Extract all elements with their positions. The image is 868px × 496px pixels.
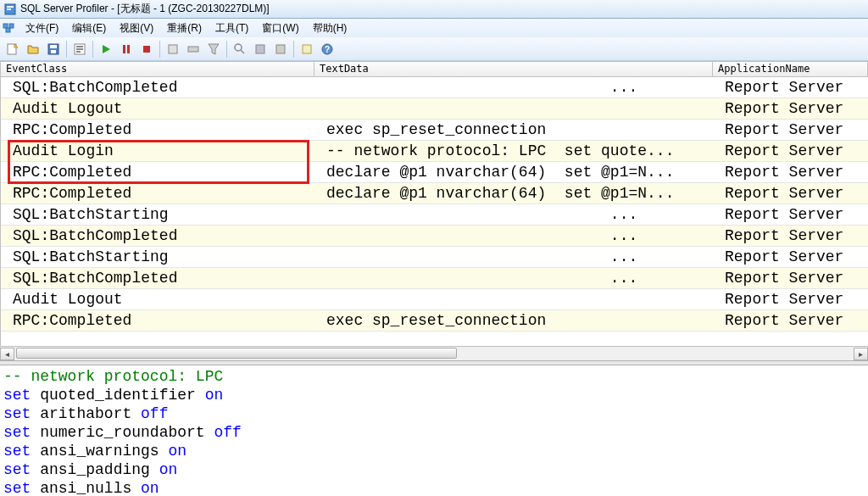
cell-appname: Report Server: [713, 247, 868, 268]
cell-appname: Report Server: [713, 183, 868, 204]
kw-off: off: [131, 405, 168, 422]
kw-on: on: [131, 480, 159, 496]
toolbar: ?: [0, 37, 868, 61]
cell-textdata: ...: [314, 268, 713, 289]
scroll-left-button[interactable]: ◂: [0, 348, 14, 360]
svg-rect-2: [7, 8, 11, 10]
menu-help[interactable]: 帮助(H): [306, 20, 354, 37]
menu-edit[interactable]: 编辑(E): [65, 20, 113, 37]
cell-appname: Report Server: [713, 120, 868, 141]
kw-on: on: [159, 443, 186, 460]
menu-file[interactable]: 文件(F): [19, 20, 65, 37]
kw-on: on: [150, 461, 177, 478]
cell-event: RPC:Completed: [1, 162, 314, 183]
kw-set: set: [3, 480, 40, 496]
svg-rect-18: [188, 47, 198, 52]
svg-rect-13: [76, 51, 81, 53]
table-row[interactable]: SQL:BatchStarting ...Report Server: [1, 247, 868, 268]
svg-rect-8: [50, 45, 57, 48]
table-row[interactable]: RPC:Completedexec sp_reset_connectionRep…: [1, 310, 868, 332]
svg-rect-11: [76, 46, 83, 47]
kw-on: on: [196, 387, 223, 404]
tool-btn-d[interactable]: [251, 40, 270, 59]
svg-rect-4: [9, 24, 14, 28]
horizontal-scrollbar[interactable]: ◂ ▸: [0, 346, 868, 360]
tool-btn-f[interactable]: [298, 40, 316, 59]
column-header-textdata[interactable]: TextData: [314, 62, 713, 77]
cell-event: SQL:BatchCompleted: [1, 77, 314, 98]
grid-header: EventClass TextData ApplicationName: [1, 62, 868, 77]
table-row[interactable]: Audit Login-- network protocol: LPC set …: [1, 141, 868, 162]
open-button[interactable]: [24, 40, 42, 59]
svg-rect-14: [123, 45, 125, 53]
cell-event: RPC:Completed: [1, 183, 314, 204]
table-row[interactable]: RPC:Completeddeclare @p1 nvarchar(64) se…: [1, 162, 868, 183]
kw-id: quoted_identifier: [40, 387, 196, 404]
svg-line-20: [241, 50, 244, 53]
table-row[interactable]: SQL:BatchCompleted ...Report Server: [1, 268, 868, 289]
kw-id: arithabort: [40, 405, 131, 422]
table-row[interactable]: SQL:BatchCompleted ...Report Server: [1, 226, 868, 247]
scroll-track[interactable]: [14, 348, 854, 360]
toolbar-separator: [66, 41, 67, 58]
trace-grid: EventClass TextData ApplicationName SQL:…: [0, 61, 868, 346]
table-row[interactable]: Audit LogoutReport Server: [1, 98, 868, 120]
menu-replay[interactable]: 重播(R): [160, 20, 209, 37]
scroll-thumb[interactable]: [16, 348, 457, 359]
find-button[interactable]: [231, 40, 249, 59]
cell-textdata: ...: [314, 247, 713, 268]
column-header-event[interactable]: EventClass: [1, 62, 314, 77]
cell-textdata: [314, 98, 713, 120]
cell-appname: Report Server: [713, 162, 868, 183]
window-title: SQL Server Profiler - [无标题 - 1 (ZGC-2013…: [20, 2, 270, 16]
menu-tools[interactable]: 工具(T): [209, 20, 255, 37]
tool-btn-b[interactable]: [184, 40, 203, 59]
properties-button[interactable]: [70, 40, 89, 59]
cell-appname: Report Server: [713, 77, 868, 98]
toolbar-separator: [226, 41, 227, 58]
table-row[interactable]: SQL:BatchStarting ...Report Server: [1, 204, 868, 226]
menu-window[interactable]: 窗口(W): [255, 20, 305, 37]
detail-line: -- network protocol: LPC: [3, 368, 223, 385]
new-trace-button[interactable]: [3, 40, 22, 59]
detail-pane[interactable]: -- network protocol: LPC set quoted_iden…: [0, 365, 868, 496]
table-row[interactable]: RPC:Completeddeclare @p1 nvarchar(64) se…: [1, 183, 868, 204]
scroll-right-button[interactable]: ▸: [854, 348, 868, 360]
cell-appname: Report Server: [713, 226, 868, 247]
tool-btn-e[interactable]: [271, 40, 290, 59]
mdi-icon: [2, 21, 15, 35]
cell-textdata: ...: [314, 226, 713, 247]
cell-event: SQL:BatchCompleted: [1, 226, 314, 247]
toolbar-separator: [159, 41, 160, 58]
svg-rect-22: [276, 45, 285, 53]
table-row[interactable]: RPC:Completedexec sp_reset_connectionRep…: [1, 120, 868, 141]
kw-set: set: [3, 424, 40, 441]
pause-button[interactable]: [117, 40, 136, 59]
menu-view[interactable]: 视图(V): [113, 20, 160, 37]
column-header-appname[interactable]: ApplicationName: [713, 62, 868, 77]
cell-textdata: declare @p1 nvarchar(64) set @p1=N...: [314, 162, 713, 183]
help-button[interactable]: ?: [318, 40, 337, 59]
svg-rect-9: [51, 50, 56, 53]
cell-textdata: declare @p1 nvarchar(64) set @p1=N...: [314, 183, 713, 204]
kw-set: set: [3, 461, 40, 478]
cell-appname: Report Server: [713, 98, 868, 120]
cell-event: RPC:Completed: [1, 120, 314, 141]
tool-btn-a[interactable]: [164, 40, 182, 59]
cell-event: RPC:Completed: [1, 310, 314, 332]
table-row[interactable]: SQL:BatchCompleted ...Report Server: [1, 77, 868, 98]
table-row[interactable]: Audit LogoutReport Server: [1, 289, 868, 310]
run-button[interactable]: [97, 40, 115, 59]
grid-body[interactable]: SQL:BatchCompleted ...Report ServerAudit…: [1, 77, 868, 332]
save-button[interactable]: [44, 40, 63, 59]
cell-event: SQL:BatchStarting: [1, 247, 314, 268]
kw-id: ansi_nulls: [40, 480, 131, 496]
tool-btn-c[interactable]: [204, 40, 223, 59]
cell-textdata: exec sp_reset_connection: [314, 120, 713, 141]
svg-rect-3: [3, 24, 8, 28]
cell-event: SQL:BatchStarting: [1, 204, 314, 226]
kw-set: set: [3, 405, 40, 422]
stop-button[interactable]: [137, 40, 156, 59]
cell-appname: Report Server: [713, 310, 868, 332]
svg-text:?: ?: [325, 45, 330, 54]
